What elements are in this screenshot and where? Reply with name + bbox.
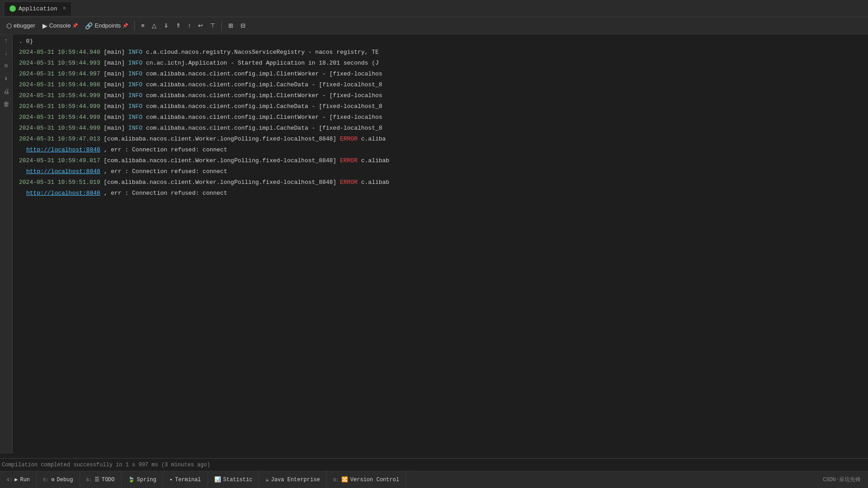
upload-btn[interactable]: ⇑	[173, 20, 184, 31]
logger-7: com.alibaba.nacos.client.config.impl.Cli…	[146, 114, 319, 121]
err-text-3: , err : Connection refused: connect	[104, 190, 227, 197]
statistic-tab-icon: 📊	[214, 476, 221, 483]
thread-1: [main]	[104, 49, 128, 56]
settings-icon: ⊟	[241, 22, 245, 29]
endpoints-pin-icon: 📌	[123, 23, 128, 28]
logger-2: cn.ac.ictnj.Application	[146, 60, 227, 66]
terminal-tab[interactable]: ▪ Terminal	[163, 471, 208, 488]
app-icon	[9, 5, 16, 12]
console-pin-icon: 📌	[72, 23, 78, 28]
ts-e3: 2024-05-31 10:59:51.019	[19, 179, 100, 186]
csdn-text: CSDN·采坑先锋	[823, 477, 861, 483]
localhost-link-3[interactable]: http://localhost:8848	[26, 190, 100, 197]
compilation-status: Compilation completed successfully in 1 …	[2, 462, 210, 468]
localhost-link-2[interactable]: http://localhost:8848	[26, 168, 100, 175]
err-text-1: , err : Connection refused: connect	[104, 146, 227, 153]
statistic-tab[interactable]: 📊 Statistic	[208, 471, 259, 488]
gutter-up-icon[interactable]: ↑	[3, 36, 9, 45]
bottom-tabs: 4: ▶ Run 5: ⚙ Debug 6: ☰ TODO 🍃 Spring ▪…	[0, 471, 816, 488]
msg-6: - [fixed-localhost_8	[312, 103, 382, 110]
scroll-up-btn[interactable]: △	[149, 20, 159, 31]
msg-2: - Started Application in 18.201 seconds …	[231, 60, 379, 66]
ts-e1: 2024-05-31 10:59:47.013	[19, 136, 100, 142]
menu-btn[interactable]: ≡	[138, 20, 147, 31]
msg-3: - [fixed-localhos	[322, 70, 382, 77]
log-line-error-3-link: http://localhost:8848 , err : Connection…	[14, 188, 868, 199]
debugger-label: ebugger	[14, 22, 35, 29]
level-e2: ERROR	[340, 157, 358, 164]
gutter-print-icon[interactable]: 🖨	[2, 87, 10, 96]
thread-e2: [com.alibaba.nacos.client.Worker.longPol…	[104, 157, 340, 164]
run-tab-num: 4:	[6, 477, 12, 483]
left-gutter: ↑ ↓ ≡ ⬇ 🖨 🗑	[0, 34, 13, 454]
settings-btn[interactable]: ⊟	[238, 20, 248, 31]
thread-3: [main]	[104, 70, 128, 77]
scroll-to-top-btn[interactable]: ↑	[185, 20, 194, 31]
gutter-delete-icon[interactable]: 🗑	[2, 100, 10, 109]
log-line-4: 2024-05-31 10:59:44.998 [main] INFO com.…	[14, 80, 868, 90]
filter-icon-btn[interactable]: ⊤	[208, 20, 218, 31]
gutter-save-icon[interactable]: ⬇	[3, 74, 9, 84]
menu-icon: ≡	[141, 22, 145, 29]
todo-tab-label: TODO	[102, 477, 115, 483]
toolbar-separator-2	[222, 21, 222, 30]
wrap-icon: ↩	[198, 22, 203, 29]
ts-6: 2024-05-31 10:59:44.999	[19, 103, 100, 110]
logger-5: com.alibaba.nacos.client.config.impl.Cli…	[146, 92, 319, 99]
logger-6: com.alibaba.nacos.client.config.impl.Cac…	[146, 103, 308, 110]
log-line-8: 2024-05-31 10:59:44.999 [main] INFO com.…	[14, 123, 868, 134]
endpoints-label: Endpoints	[94, 22, 121, 29]
logger-e2: c.alibab	[361, 157, 389, 164]
thread-e3: [com.alibaba.nacos.client.Worker.longPol…	[104, 179, 340, 186]
todo-tab[interactable]: 6: ☰ TODO	[80, 471, 122, 488]
console-btn[interactable]: ▶ Console 📌	[40, 20, 81, 31]
initial-msg: . 0}	[19, 38, 33, 45]
ts-2: 2024-05-31 10:59:44.993	[19, 60, 100, 66]
tab-close-btn[interactable]: ×	[63, 5, 66, 12]
run-tab[interactable]: 4: ▶ Run	[0, 471, 37, 488]
arrow-up-icon: ↑	[188, 22, 191, 29]
level-4: INFO	[128, 81, 146, 88]
ts-4: 2024-05-31 10:59:44.998	[19, 81, 100, 88]
run-tab-icon: ▶	[14, 476, 18, 483]
log-line-error-3: 2024-05-31 10:59:51.019 [com.alibaba.nac…	[14, 177, 868, 188]
log-line-initial: . 0}	[14, 36, 868, 47]
run-tab-label: Run	[20, 477, 30, 483]
download-btn[interactable]: ⇓	[161, 20, 171, 31]
endpoints-icon: 🔗	[85, 22, 93, 29]
table-view-btn[interactable]: ⊞	[226, 20, 236, 31]
level-6: INFO	[128, 103, 146, 110]
gutter-filter-icon[interactable]: ≡	[3, 61, 9, 70]
logger-e1: c.aliba	[361, 136, 386, 142]
application-tab[interactable]: Application ×	[4, 1, 72, 16]
todo-tab-num: 6:	[86, 477, 92, 483]
level-5: INFO	[128, 92, 146, 99]
gutter-down-icon[interactable]: ↓	[3, 49, 9, 58]
wrap-btn[interactable]: ↩	[195, 20, 206, 31]
debugger-btn[interactable]: ⬡ ebugger	[4, 20, 38, 31]
ts-1: 2024-05-31 10:59:44.940	[19, 49, 100, 56]
endpoints-btn[interactable]: 🔗 Endpoints 📌	[82, 20, 131, 31]
spring-tab-label: Spring	[137, 477, 156, 483]
ts-8: 2024-05-31 10:59:44.999	[19, 125, 100, 131]
version-control-tab[interactable]: 9: 🔀 Version Control	[327, 471, 406, 488]
log-line-7: 2024-05-31 10:59:44.999 [main] INFO com.…	[14, 112, 868, 123]
spring-tab-icon: 🍃	[128, 476, 135, 483]
log-container: . 0} 2024-05-31 10:59:44.940 [main] INFO…	[14, 34, 868, 454]
log-line-5: 2024-05-31 10:59:44.999 [main] INFO com.…	[14, 90, 868, 101]
logger-3: com.alibaba.nacos.client.config.impl.Cli…	[146, 70, 319, 77]
logger-e3: c.alibab	[361, 179, 389, 186]
level-1: INFO	[128, 49, 146, 56]
log-line-error-2: 2024-05-31 10:59:49.017 [com.alibaba.nac…	[14, 155, 868, 166]
logger-4: com.alibaba.nacos.client.config.impl.Cac…	[146, 81, 308, 88]
version-control-tab-num: 9:	[333, 477, 339, 483]
spring-tab[interactable]: 🍃 Spring	[122, 471, 163, 488]
java-enterprise-tab[interactable]: ☕ Java Enterprise	[259, 471, 326, 488]
msg-8: - [fixed-localhost_8	[312, 125, 382, 131]
localhost-link-1[interactable]: http://localhost:8848	[26, 146, 100, 153]
log-line-1: 2024-05-31 10:59:44.940 [main] INFO c.a.…	[14, 47, 868, 58]
version-control-tab-icon: 🔀	[341, 476, 348, 483]
debug-tab-label: Debug	[57, 477, 73, 483]
debug-tab[interactable]: 5: ⚙ Debug	[37, 471, 80, 488]
thread-4: [main]	[104, 81, 128, 88]
